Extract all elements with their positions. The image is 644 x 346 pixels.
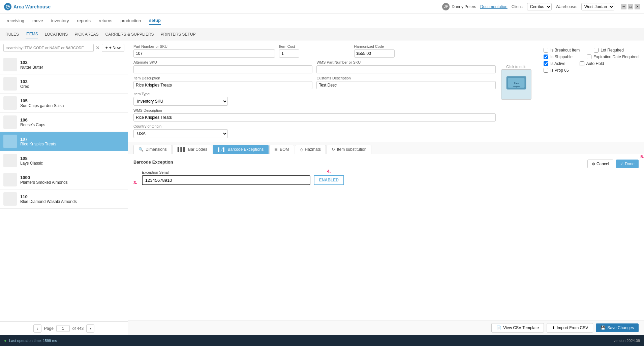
country-select[interactable]: USA Canada Mexico China <box>133 129 228 138</box>
customs-desc-input[interactable] <box>316 81 495 89</box>
of-label: of 443 <box>72 326 84 331</box>
step3-label: 3. <box>133 180 137 185</box>
user-avatar: DP <box>442 3 450 10</box>
save-icon: 💾 <box>601 325 606 330</box>
status-indicator: ● <box>4 338 6 343</box>
subnav-printers-setup[interactable]: PRINTERS SETUP <box>161 31 196 38</box>
warehouse-select[interactable]: West Jordan <box>581 3 614 10</box>
lot-required-checkbox[interactable] <box>594 48 599 53</box>
item-cost-input[interactable] <box>279 49 299 58</box>
part-number-input[interactable] <box>133 49 275 58</box>
main-area: ✕ + + New 102 Nutter Butter 103 Oreo <box>0 40 644 335</box>
tab-hazmats[interactable]: ◇ Hazmats <box>295 145 326 154</box>
customs-desc-label: Customs Description <box>316 76 495 80</box>
minimize-button[interactable]: ─ <box>621 4 626 9</box>
is-shippable-checkbox[interactable] <box>544 55 548 59</box>
list-item[interactable]: 105 Sun Chips garden Salsa <box>0 94 128 113</box>
is-shippable-row: Is Shippable Expiration Date Required <box>544 55 639 59</box>
cancel-button[interactable]: ⊗ Cancel <box>587 160 613 168</box>
nav-reports[interactable]: reports <box>77 17 91 25</box>
tab-barcode-exceptions[interactable]: ▌╱▌ Barcode Exceptions <box>213 145 269 154</box>
subnav-locations[interactable]: LOCATIONS <box>45 31 68 38</box>
nav-move[interactable]: move <box>32 17 43 25</box>
maximize-button[interactable]: □ <box>628 4 633 9</box>
item-number: 102 <box>20 60 43 65</box>
page-input[interactable] <box>56 325 70 332</box>
done-label: Done <box>625 162 635 166</box>
item-number: 110 <box>20 194 77 199</box>
item-cost-label: Item Cost <box>279 44 350 48</box>
auto-hold-label: Auto Hold <box>586 61 604 66</box>
file-icon: 📄 <box>496 325 501 330</box>
harmonized-code-input[interactable] <box>354 49 395 58</box>
list-item[interactable]: 108 Lays Classic <box>0 151 128 170</box>
subnav-items[interactable]: ITEMS <box>26 30 38 38</box>
list-item[interactable]: 102 Nutter Butter <box>0 55 128 74</box>
expiration-date-checkbox[interactable] <box>587 55 591 59</box>
enabled-button[interactable]: ENABLED <box>314 175 344 185</box>
subnav-pick-areas[interactable]: PICK AREAS <box>74 31 98 38</box>
documentation-link[interactable]: Documentation <box>480 4 508 9</box>
auto-hold-checkbox[interactable] <box>580 61 584 66</box>
alternate-sku-input[interactable] <box>133 65 312 73</box>
view-csv-template-button[interactable]: 📄 View CSV Template <box>491 323 544 333</box>
nav-setup[interactable]: setup <box>149 16 161 25</box>
list-item[interactable]: 1090 Planters Smoked Almonds <box>0 170 128 189</box>
next-page-button[interactable]: › <box>86 324 94 333</box>
subnav-rules[interactable]: RULES <box>5 31 19 38</box>
item-thumbnail <box>3 96 17 110</box>
is-active-checkbox[interactable] <box>544 61 548 66</box>
alternate-sku-label: Alternate SKU <box>133 60 312 64</box>
bar-codes-icon: ▌▌▌ <box>178 147 186 152</box>
item-image[interactable]: Rice Krispies <box>501 69 531 100</box>
user-name: Danny Peters <box>452 4 476 9</box>
tab-bom[interactable]: ⊞ BOM <box>269 145 294 154</box>
tab-bar-codes[interactable]: ▌▌▌ Bar Codes <box>173 145 212 154</box>
is-prop65-checkbox[interactable] <box>544 68 548 73</box>
customs-desc-group: Customs Description <box>316 76 495 89</box>
user-info: DP Danny Peters <box>442 3 476 10</box>
save-changes-button[interactable]: 💾 Save Changes <box>596 323 639 332</box>
search-input[interactable] <box>3 44 94 52</box>
search-clear-button[interactable]: ✕ <box>96 44 100 52</box>
new-item-button[interactable]: + + New <box>102 44 124 52</box>
item-cost-group: Item Cost <box>279 44 350 58</box>
nav-receiving[interactable]: receiving <box>7 17 24 25</box>
tab-content-barcode-exceptions: Barcode Exception 3. Exception Serial 4.… <box>128 154 644 320</box>
item-number: 106 <box>20 117 45 123</box>
nav-returns[interactable]: returns <box>99 17 112 25</box>
is-breakout-item-checkbox[interactable] <box>544 48 548 53</box>
item-thumbnail <box>3 58 17 71</box>
import-from-label: Import From CSV <box>557 325 588 330</box>
nav-inventory[interactable]: inventory <box>51 17 69 25</box>
list-item-selected[interactable]: 107 Rice Krispies Treats <box>0 132 128 151</box>
list-item[interactable]: 106 Reese's Cups <box>0 113 128 132</box>
lot-required-label: Lot Required <box>601 48 624 53</box>
tab-item-substitution[interactable]: ↻ Item substitution <box>327 145 371 154</box>
item-name: Oreo <box>20 84 29 89</box>
wms-part-input[interactable] <box>316 65 495 73</box>
item-desc-input[interactable] <box>133 81 312 89</box>
prev-page-button[interactable]: ‹ <box>33 324 41 333</box>
item-desc-group: Item Description <box>133 76 312 89</box>
tab-dimensions[interactable]: 🔍 Dimensions <box>133 145 172 154</box>
item-info: 107 Rice Krispies Treats <box>20 137 56 146</box>
wms-desc-input[interactable] <box>133 113 496 122</box>
done-button[interactable]: ✓ Done <box>616 160 639 168</box>
list-item[interactable]: 110 Blue Diamond Wasabi Almonds <box>0 189 128 209</box>
item-name: Rice Krispies Treats <box>20 142 56 146</box>
client-select[interactable]: Cerritus <box>527 3 552 10</box>
import-from-csv-button[interactable]: ⬆ Import From CSV <box>547 323 593 333</box>
exception-serial-input[interactable] <box>142 175 310 185</box>
save-changes-label: Save Changes <box>607 325 634 330</box>
is-active-label: Is Active <box>550 61 565 66</box>
nav-production[interactable]: production <box>121 17 141 25</box>
item-thumbnail <box>3 154 17 167</box>
item-type-select[interactable]: Inventory SKU Service SKU Kit SKU <box>133 97 228 106</box>
subnav-carriers-suppliers[interactable]: CARRIERS & SUPPLIERS <box>105 31 154 38</box>
item-number: 108 <box>20 156 43 161</box>
tabs-row: 🔍 Dimensions ▌▌▌ Bar Codes ▌╱▌ Barcode E… <box>128 142 644 154</box>
item-substitution-label: Item substitution <box>337 147 366 152</box>
close-button[interactable]: ✕ <box>635 4 640 9</box>
list-item[interactable]: 103 Oreo <box>0 74 128 94</box>
